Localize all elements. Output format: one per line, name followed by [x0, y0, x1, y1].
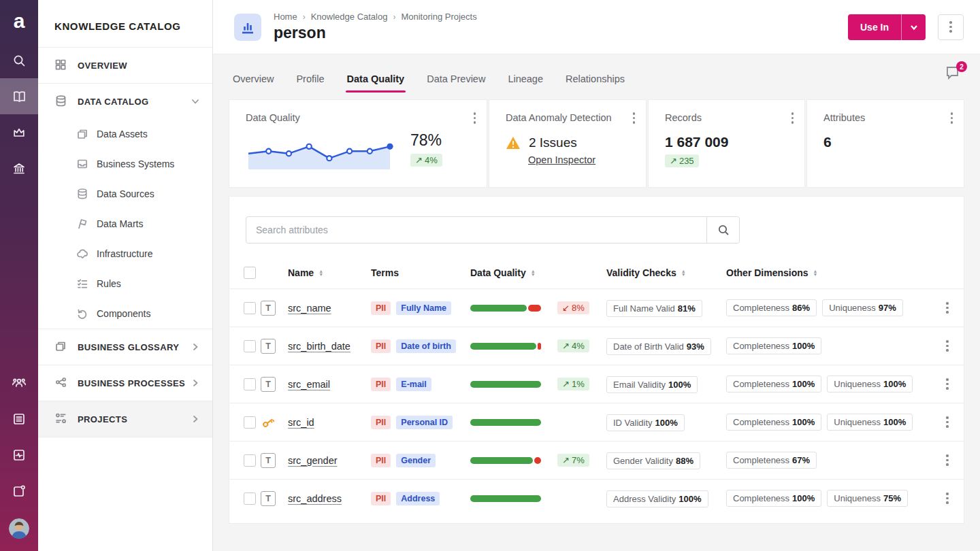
left-icon-rail: a [0, 0, 38, 551]
term-badge[interactable]: Personal ID [396, 416, 453, 429]
sidebar-subitem-label: Components [97, 308, 150, 319]
tab-data-preview[interactable]: Data Preview [425, 68, 487, 90]
term-badge[interactable]: Gender [396, 454, 436, 467]
dq-sparkline-chart [246, 131, 395, 172]
search-input[interactable] [246, 217, 706, 243]
term-badge[interactable]: E-mail [396, 378, 431, 391]
sidebar-subitem-label: Infrastructure [97, 248, 152, 259]
row-checkbox[interactable] [244, 492, 256, 505]
user-avatar[interactable] [9, 518, 29, 539]
row-menu-button[interactable] [931, 492, 964, 504]
card-menu-button[interactable] [633, 112, 636, 124]
column-label: Data Quality [470, 267, 526, 278]
sort-icon[interactable]: ▲▼ [531, 269, 536, 276]
data-quality-bar [470, 419, 541, 426]
attributes-panel: Name▲▼TermsData Quality▲▼Validity Checks… [229, 196, 964, 524]
sidebar-item-business-processes[interactable]: BUSINESS PROCESSES [38, 365, 212, 401]
sort-icon[interactable]: ▲▼ [813, 269, 818, 276]
text-type-icon: T [261, 453, 276, 468]
sidebar-subitem-components[interactable]: Components [38, 299, 212, 329]
bank-icon[interactable] [0, 150, 38, 186]
term-badge[interactable]: Date of birth [396, 339, 456, 353]
column-header-validity-checks[interactable]: Validity Checks▲▼ [606, 267, 726, 278]
data-quality-bar [470, 305, 541, 312]
entity-barchart-icon [234, 14, 261, 41]
window-icon[interactable] [0, 473, 38, 509]
dimension-chip: Completeness100% [726, 490, 821, 507]
row-checkbox[interactable] [244, 378, 256, 390]
other-dimensions: Completeness100%Uniqueness100% [726, 414, 931, 431]
pii-badge: PII [371, 416, 391, 429]
attribute-name-link[interactable]: src_id [288, 417, 314, 428]
tab-relationships[interactable]: Relationships [564, 68, 626, 90]
anomaly-issues-line: 2 Issues [506, 135, 632, 150]
attribute-name-link[interactable]: src_birth_date [288, 341, 350, 352]
kebab-icon [946, 416, 949, 428]
row-menu-button[interactable] [931, 302, 964, 314]
tab-overview[interactable]: Overview [231, 68, 275, 90]
people-icon[interactable] [0, 365, 38, 401]
term-badge[interactable]: Fully Name [396, 301, 451, 315]
row-checkbox[interactable] [244, 340, 256, 352]
sidebar-subitem-business-systems[interactable]: Business Systems [38, 149, 212, 179]
sidebar-item-overview[interactable]: OVERVIEW [38, 48, 212, 83]
term-badge[interactable]: Address [396, 492, 440, 505]
card-menu-button[interactable] [791, 112, 794, 124]
sidebar-item-business-glossary[interactable]: BUSINESS GLOSSARY [38, 329, 212, 365]
row-menu-button[interactable] [931, 378, 964, 390]
tab-lineage[interactable]: Lineage [506, 68, 544, 90]
list-icon[interactable] [0, 401, 38, 437]
header-more-actions-button[interactable] [938, 14, 964, 40]
row-checkbox[interactable] [244, 302, 256, 314]
breadcrumb-separator: › [303, 12, 306, 22]
sort-icon[interactable]: ▲▼ [318, 269, 323, 276]
row-checkbox[interactable] [244, 454, 256, 467]
book-icon[interactable] [0, 78, 38, 114]
column-header-data-quality[interactable]: Data Quality▲▼ [470, 267, 557, 278]
breadcrumb-item[interactable]: Knowledge Catalog [311, 12, 388, 22]
page-title: person [274, 24, 848, 42]
dimension-chip: Uniqueness75% [827, 490, 908, 507]
sidebar-item-data-catalog[interactable]: DATA CATALOG [38, 84, 212, 119]
crown-icon[interactable] [0, 114, 38, 150]
breadcrumb-item[interactable]: Monitoring Projects [401, 12, 476, 22]
card-menu-button[interactable] [951, 112, 953, 124]
row-checkbox[interactable] [244, 416, 256, 429]
text-type-icon: T [261, 377, 276, 392]
column-header-other-dimensions[interactable]: Other Dimensions▲▼ [726, 267, 931, 278]
sidebar-subitem-data-sources[interactable]: Data Sources [38, 179, 212, 209]
chevron-right-icon [191, 414, 200, 424]
breadcrumb-item[interactable]: Home [274, 12, 297, 22]
notifications-button[interactable]: 2 [945, 65, 962, 83]
card-title: Attributes [823, 112, 950, 123]
use-in-dropdown-button[interactable] [901, 14, 926, 40]
sidebar-subitem-data-marts[interactable]: Data Marts [38, 209, 212, 239]
attribute-name-link[interactable]: src_name [288, 303, 331, 314]
attribute-name-link[interactable]: src_email [288, 379, 330, 390]
sort-icon[interactable]: ▲▼ [681, 269, 686, 276]
dimension-chip: Uniqueness97% [822, 299, 903, 316]
kebab-icon [946, 340, 949, 352]
sidebar-subitem-data-assets[interactable]: Data Assets [38, 119, 212, 149]
column-header-name[interactable]: Name▲▼ [288, 267, 371, 278]
attribute-name-link[interactable]: src_gender [288, 455, 338, 466]
attribute-name-link[interactable]: src_address [288, 493, 342, 504]
brand-logo[interactable]: a [0, 0, 38, 42]
search-button[interactable] [706, 217, 739, 243]
kebab-icon [949, 21, 952, 33]
row-menu-button[interactable] [931, 416, 964, 428]
pulse-icon[interactable] [0, 437, 38, 473]
row-menu-button[interactable] [931, 454, 964, 466]
sidebar-item-projects[interactable]: PROJECTS [38, 401, 212, 437]
tab-data-quality[interactable]: Data Quality [346, 68, 406, 90]
row-menu-button[interactable] [931, 340, 964, 352]
sidebar-subitem-rules[interactable]: Rules [38, 269, 212, 299]
search-icon[interactable] [0, 42, 38, 78]
card-menu-button[interactable] [474, 112, 476, 124]
select-all-checkbox[interactable] [244, 267, 256, 279]
data-quality-bar [470, 343, 541, 350]
open-inspector-link[interactable]: Open Inspector [528, 154, 595, 165]
sidebar-subitem-infrastructure[interactable]: Infrastructure [38, 239, 212, 269]
use-in-button[interactable]: Use In [848, 14, 901, 40]
tab-profile[interactable]: Profile [295, 68, 325, 90]
